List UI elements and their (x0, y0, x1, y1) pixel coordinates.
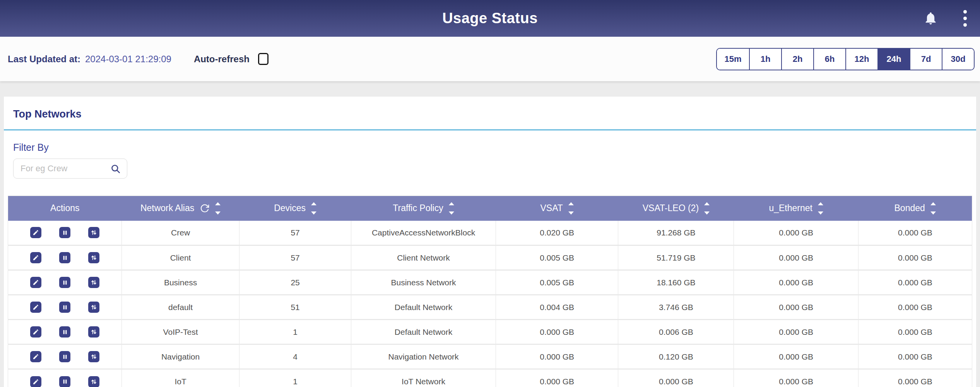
actions-cell (8, 295, 122, 320)
column-label: Bonded (894, 203, 925, 213)
range-button-2h[interactable]: 2h (781, 49, 813, 70)
sort-desc-icon[interactable] (311, 211, 316, 215)
sort-desc-icon[interactable] (568, 211, 574, 215)
auto-refresh-label: Auto-refresh (194, 54, 250, 65)
auto-refresh-checkbox[interactable] (258, 53, 269, 65)
card-divider (4, 130, 976, 130)
sort-desc-icon[interactable] (930, 211, 936, 215)
range-button-7d[interactable]: 7d (910, 49, 942, 70)
edit-icon (32, 329, 39, 335)
sort-asc-icon[interactable] (568, 202, 574, 205)
sort-arrows (449, 202, 454, 215)
edit-button[interactable] (30, 252, 41, 263)
policy-cell: CaptiveAccessNetworkBlock (351, 221, 496, 245)
table-row: Business25Business Network0.005 GB18.160… (8, 270, 972, 295)
column-header-vsat[interactable]: VSAT (496, 196, 618, 221)
filter-search-input[interactable] (20, 163, 110, 174)
table-header-row: ActionsNetwork AliasDevicesTraffic Polic… (8, 196, 972, 221)
range-button-24h[interactable]: 24h (877, 49, 910, 70)
edit-button[interactable] (30, 302, 41, 313)
policy-cell: IoT Network (351, 369, 496, 387)
pause-icon (62, 255, 68, 261)
actions-cell (8, 245, 122, 270)
range-button-12h[interactable]: 12h (845, 49, 877, 70)
pause-button[interactable] (59, 351, 70, 362)
policy-cell: Default Network (351, 320, 496, 344)
sort-asc-icon[interactable] (704, 202, 710, 205)
edit-button[interactable] (30, 376, 41, 387)
column-header-u_ethernet[interactable]: u_Ethernet (734, 196, 858, 221)
pause-button[interactable] (59, 302, 70, 313)
sort-desc-icon[interactable] (818, 211, 823, 215)
search-icon[interactable] (110, 164, 121, 174)
table-row: VoIP-Test1Default Network0.000 GB0.006 G… (8, 320, 972, 344)
table-row: Client57Client Network0.005 GB51.719 GB0… (8, 245, 972, 270)
pause-button[interactable] (59, 277, 70, 288)
sort-asc-icon[interactable] (311, 202, 316, 205)
kebab-menu-icon[interactable] (962, 9, 968, 28)
range-button-1h[interactable]: 1h (749, 49, 781, 70)
vsat_leo-cell: 0.000 GB (618, 369, 734, 387)
vsat-cell: 0.000 GB (496, 369, 618, 387)
sort-desc-icon[interactable] (704, 211, 710, 215)
time-range-group: 15m1h2h6h12h24h7d30d (716, 48, 975, 70)
column-header-vsat_leo[interactable]: VSAT-LEO (2) (618, 196, 734, 221)
refresh-icon[interactable] (200, 203, 210, 213)
edit-button[interactable] (30, 227, 41, 238)
devices-cell: 25 (239, 270, 351, 295)
sort-desc-icon[interactable] (449, 211, 454, 215)
sort-desc-icon[interactable] (215, 211, 221, 215)
bonded-cell: 0.000 GB (858, 270, 972, 295)
column-header-alias[interactable]: Network Alias (122, 196, 239, 221)
traffic-updown-button[interactable] (88, 252, 99, 263)
sort-asc-icon[interactable] (930, 202, 936, 205)
pause-button[interactable] (59, 227, 70, 238)
sort-asc-icon[interactable] (449, 202, 454, 205)
traffic-updown-button[interactable] (88, 326, 99, 338)
sort-asc-icon[interactable] (818, 202, 823, 205)
column-header-devices[interactable]: Devices (239, 196, 351, 221)
column-header-bonded[interactable]: Bonded (858, 196, 972, 221)
pause-button[interactable] (59, 376, 70, 387)
traffic-updown-button[interactable] (88, 302, 99, 313)
devices-cell: 57 (239, 245, 351, 270)
alias-cell: VoIP-Test (122, 320, 239, 344)
traffic-updown-button[interactable] (88, 376, 99, 387)
column-header-policy[interactable]: Traffic Policy (351, 196, 496, 221)
edit-button[interactable] (30, 277, 41, 288)
networks-table: ActionsNetwork AliasDevicesTraffic Polic… (8, 196, 972, 387)
table-row: Crew57CaptiveAccessNetworkBlock0.020 GB9… (8, 221, 972, 245)
edit-icon (32, 279, 39, 286)
vsat_leo-cell: 0.006 GB (618, 320, 734, 344)
range-button-6h[interactable]: 6h (813, 49, 845, 70)
bell-icon[interactable] (924, 11, 938, 26)
policy-cell: Default Network (351, 295, 496, 320)
alias-cell: Business (122, 270, 239, 295)
edit-button[interactable] (30, 326, 41, 338)
pause-button[interactable] (59, 252, 70, 263)
header-actions (924, 0, 968, 37)
bonded-cell: 0.000 GB (858, 245, 972, 270)
filter-search-box (13, 159, 127, 179)
pause-button[interactable] (59, 326, 70, 338)
u_ethernet-cell: 0.000 GB (734, 344, 858, 369)
column-label: VSAT (540, 203, 563, 213)
u_ethernet-cell: 0.000 GB (734, 270, 858, 295)
range-button-15m[interactable]: 15m (717, 49, 749, 70)
policy-cell: Business Network (351, 270, 496, 295)
last-updated-group: Last Updated at: 2024-03-01 21:29:09 Aut… (8, 53, 269, 65)
sort-asc-icon[interactable] (215, 202, 221, 205)
vsat-cell: 0.005 GB (496, 270, 618, 295)
table-row: IoT1IoT Network0.000 GB0.000 GB0.000 GB0… (8, 369, 972, 387)
bonded-cell: 0.000 GB (858, 221, 972, 245)
vsat-cell: 0.000 GB (496, 320, 618, 344)
edit-button[interactable] (30, 351, 41, 362)
pause-icon (62, 280, 68, 286)
vsat_leo-cell: 91.268 GB (618, 221, 734, 245)
range-button-30d[interactable]: 30d (942, 49, 974, 70)
traffic-updown-button[interactable] (88, 277, 99, 288)
refresh-toolbar: Last Updated at: 2024-03-01 21:29:09 Aut… (0, 37, 980, 81)
actions-cell (8, 369, 122, 387)
traffic-updown-button[interactable] (88, 351, 99, 362)
traffic-updown-button[interactable] (88, 227, 99, 238)
